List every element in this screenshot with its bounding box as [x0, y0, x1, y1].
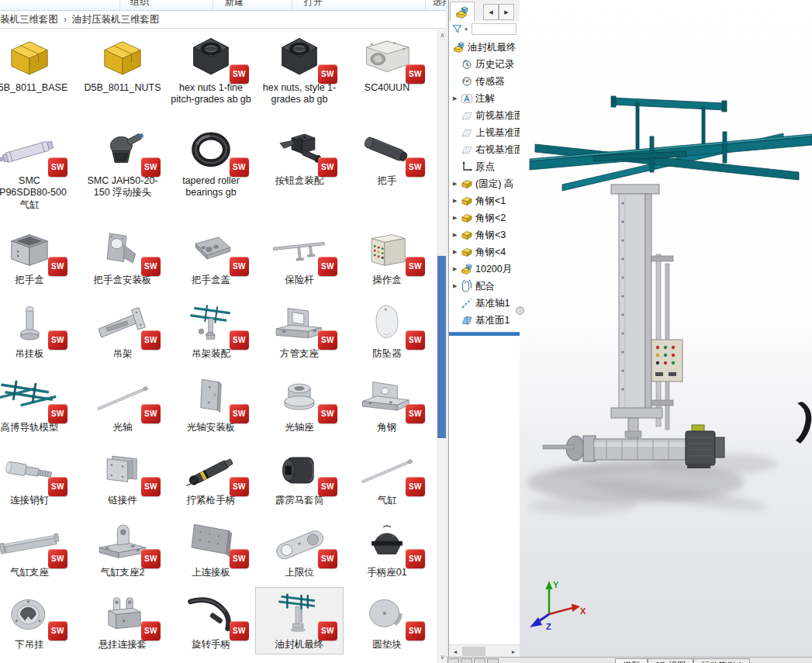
- file-item[interactable]: SW下吊挂: [0, 588, 73, 654]
- file-item[interactable]: SW把手盒盖: [168, 223, 254, 289]
- tree-item[interactable]: ▶角钢<2: [449, 209, 520, 226]
- rollback-bar[interactable]: [449, 332, 520, 336]
- document-tabs: 模型3D 视图运动算例 1: [446, 657, 812, 663]
- tree-item[interactable]: ▶注解: [449, 90, 520, 107]
- tree-item-label: 上视基准面: [475, 126, 520, 140]
- document-tab[interactable]: 3D 视图: [648, 658, 693, 663]
- file-item[interactable]: SW圆垫块: [344, 588, 430, 654]
- file-item[interactable]: SW上连接板: [168, 516, 254, 582]
- file-item[interactable]: SW光轴安装板: [168, 371, 254, 437]
- file-item[interactable]: SW按钮盒装配: [256, 124, 343, 190]
- panel-splitter-handle[interactable]: [516, 306, 524, 315]
- tree-item[interactable]: 油封机最终: [449, 39, 520, 56]
- tree-item[interactable]: 传感器: [449, 73, 520, 90]
- toolbar-item[interactable]: 打开: [304, 0, 323, 9]
- tree-item[interactable]: ▶角钢<4: [449, 243, 520, 261]
- scroll-left-icon[interactable]: ◄: [449, 645, 461, 657]
- tree-item[interactable]: ▶10200月: [449, 261, 520, 278]
- tree-item[interactable]: 历史记录: [449, 56, 520, 73]
- file-item[interactable]: SW角钢: [344, 371, 430, 437]
- expand-arrow-icon[interactable]: ▶: [451, 283, 461, 289]
- file-item[interactable]: SW吊架: [79, 297, 166, 363]
- file-item[interactable]: SW高博导轨模型: [0, 371, 73, 437]
- tree-scrollbar[interactable]: ◄ ►: [449, 644, 520, 657]
- file-item[interactable]: SW气缸支座2: [79, 516, 166, 582]
- file-item[interactable]: SW光轴座: [256, 371, 343, 437]
- filter-funnel-icon[interactable]: [451, 23, 463, 35]
- file-item[interactable]: SW光轴: [79, 371, 166, 437]
- tree-item[interactable]: ▶(固定) 高: [449, 175, 520, 192]
- file-item[interactable]: SW操作盒: [344, 223, 430, 289]
- file-item[interactable]: SW吊架装配: [168, 297, 254, 363]
- file-item[interactable]: SW悬挂连接套: [79, 588, 166, 654]
- file-item[interactable]: SW连接销钉: [0, 444, 73, 509]
- expand-arrow-icon[interactable]: ▶: [451, 181, 461, 187]
- file-thumbnail: SW: [84, 299, 161, 344]
- tree-item[interactable]: ▶角钢<1: [449, 192, 520, 209]
- file-item-label: 把手盒盖: [192, 275, 230, 286]
- pane-split-button[interactable]: [487, 658, 499, 663]
- breadcrumb-current-folder[interactable]: 油封压装机三维套图: [72, 13, 160, 26]
- tree-item[interactable]: ▶配合: [449, 278, 520, 295]
- file-item[interactable]: SW气缸支座: [0, 516, 73, 582]
- document-tab[interactable]: 运动算例 1: [693, 658, 750, 663]
- file-item[interactable]: SW旋转手柄: [168, 588, 254, 654]
- tree-item[interactable]: 原点: [449, 158, 520, 175]
- pane-split-button[interactable]: [474, 658, 485, 663]
- file-item[interactable]: SW把手盒安装板: [79, 223, 166, 289]
- file-item[interactable]: SW气缸: [344, 444, 430, 509]
- scroll-right-icon[interactable]: ►: [507, 645, 520, 657]
- toolbar-item[interactable]: 组织: [130, 0, 149, 9]
- pane-split-button[interactable]: [461, 658, 472, 663]
- file-item[interactable]: SW拧紧枪手柄: [168, 444, 254, 509]
- breadcrumb-folder[interactable]: 装机三维套图: [0, 13, 58, 26]
- file-item[interactable]: SWtapered roller bearings gb: [168, 124, 254, 202]
- tree-item[interactable]: ▶角钢<3: [449, 226, 520, 243]
- file-item[interactable]: SWSMC CP96SDB80-500气缸: [0, 124, 73, 214]
- file-item[interactable]: SWhex nuts, style 1-grades ab gb: [256, 31, 343, 109]
- expand-arrow-icon[interactable]: ▶: [451, 215, 461, 221]
- expand-arrow-icon[interactable]: ▶: [451, 232, 461, 238]
- file-item[interactable]: SW霹雳马套筒: [256, 444, 343, 509]
- file-item[interactable]: SW保险杆: [256, 223, 343, 289]
- toolbar-item[interactable]: 新建: [225, 0, 244, 9]
- file-item[interactable]: D5B_8011_NUTS: [79, 31, 166, 97]
- scrollbar-thumb[interactable]: [462, 647, 485, 656]
- file-thumbnail: SW: [0, 590, 68, 635]
- file-item[interactable]: SW手柄座01: [344, 516, 430, 582]
- tree-item[interactable]: 右视基准面: [449, 141, 520, 158]
- chevron-down-icon[interactable]: ▼: [464, 27, 468, 32]
- expand-arrow-icon[interactable]: ▶: [451, 95, 461, 102]
- file-item[interactable]: SW方管支座: [256, 297, 343, 363]
- file-thumbnail: SW: [348, 373, 426, 418]
- file-item[interactable]: SW把手: [344, 124, 430, 190]
- tree-item[interactable]: 基准轴1: [449, 295, 520, 312]
- solidworks-badge-icon: SW: [406, 64, 425, 84]
- file-item[interactable]: SW油封机最终: [256, 588, 343, 654]
- viewport-3d[interactable]: Y X Z: [520, 0, 812, 657]
- panel-prev-button[interactable]: ◀: [483, 4, 499, 20]
- tree-item[interactable]: 上视基准面: [449, 124, 520, 141]
- file-item[interactable]: SWSMC JAH50-20-150 浮动接头: [79, 124, 166, 202]
- panel-next-button[interactable]: ▶: [499, 4, 514, 20]
- file-item[interactable]: SW把手盒: [0, 223, 73, 289]
- file-item[interactable]: SW上限位: [256, 516, 343, 582]
- file-item[interactable]: SW防坠器: [344, 297, 430, 363]
- tree-item[interactable]: 基准面1: [449, 312, 520, 329]
- file-item[interactable]: SW吊挂板: [0, 297, 73, 363]
- file-item-label: 吊挂板: [15, 348, 44, 360]
- document-tab[interactable]: 模型: [615, 658, 648, 663]
- expand-arrow-icon[interactable]: ▶: [451, 266, 461, 272]
- expand-arrow-icon[interactable]: ▶: [451, 249, 461, 255]
- filter-input[interactable]: [472, 23, 517, 35]
- expand-arrow-icon[interactable]: ▶: [451, 198, 461, 204]
- file-item[interactable]: SWSC40UUN: [344, 31, 430, 97]
- tree-item[interactable]: 前视基准面: [449, 107, 520, 124]
- pane-split-button[interactable]: [447, 658, 459, 663]
- tree-item-label: 角钢<3: [475, 229, 506, 242]
- file-item[interactable]: SWhex nuts 1-fine pitch-grades ab gb: [168, 31, 254, 109]
- file-item[interactable]: SW链接件: [79, 444, 166, 509]
- file-thumbnail: SW: [348, 518, 426, 563]
- featuremanager-tab[interactable]: [450, 2, 475, 22]
- file-item[interactable]: D5B_8011_BASE: [0, 31, 73, 97]
